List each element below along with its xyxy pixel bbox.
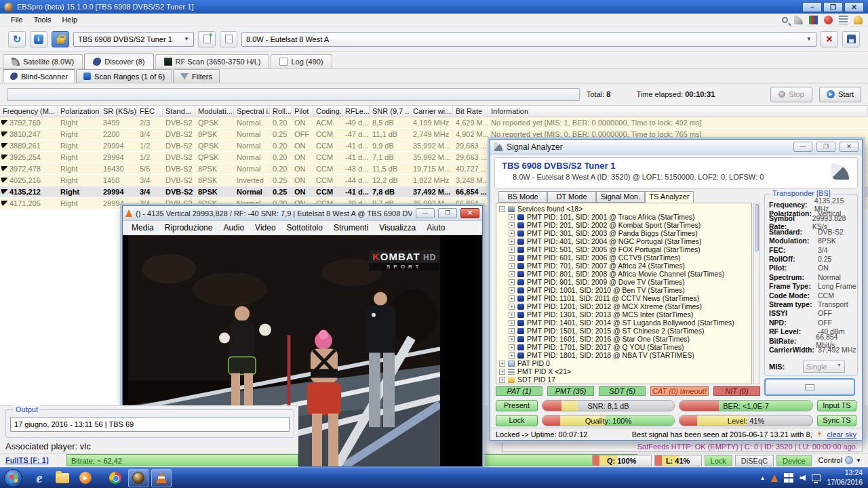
vlc-menu-item[interactable]: Aiuto — [422, 222, 450, 234]
tuner-select[interactable]: TBS 6908 DVBS/S2 Tuner 1▼ — [73, 32, 194, 47]
search-icon[interactable] — [782, 17, 788, 23]
tab[interactable]: RF Scan (3650-3750 H/L) — [155, 54, 270, 68]
clear-sky-link[interactable]: clear sky — [827, 430, 856, 439]
column-header[interactable]: SNR (9,7 ... — [370, 106, 410, 117]
control-menu-button[interactable]: Control▼ — [814, 456, 865, 464]
sub-tab[interactable]: Scan Ranges (1 of 6) — [76, 69, 172, 83]
tab[interactable]: Discover (8) — [84, 54, 153, 69]
volume-icon[interactable] — [800, 475, 806, 481]
column-header[interactable]: Stand... — [163, 106, 195, 117]
expand-icon[interactable]: + — [509, 279, 515, 285]
import-button[interactable] — [220, 31, 237, 47]
tab[interactable]: Log (490) — [271, 54, 332, 68]
column-header[interactable]: Bit Rate — [453, 106, 488, 117]
taskbar-chrome[interactable] — [105, 469, 125, 487]
column-header[interactable]: RFLe... — [342, 106, 370, 117]
menu-item[interactable]: File — [5, 14, 28, 25]
tree-root[interactable]: − Services found <18> — [499, 205, 751, 213]
expand-icon[interactable]: + — [499, 377, 505, 383]
delete-button[interactable]: × — [821, 31, 838, 47]
vlc-menu-item[interactable]: Strumenti — [329, 222, 373, 234]
service-item[interactable]: + PMT PID: 401, SID: 2004 @ NGC Portugal… — [499, 237, 751, 245]
new-note-button[interactable] — [198, 31, 216, 47]
analyzer-tab[interactable]: Signal Mon. — [596, 191, 645, 203]
service-item[interactable]: + PMT PID: 301, SID: 2003 @ Panda Biggs … — [499, 229, 751, 237]
expand-icon[interactable]: + — [509, 336, 515, 342]
menu-item[interactable]: Help — [56, 14, 83, 25]
expand-icon[interactable]: + — [509, 222, 515, 228]
vlc-close-button[interactable]: ✕ — [460, 208, 479, 218]
satellite-icon[interactable] — [794, 16, 803, 24]
key-icon[interactable] — [854, 16, 863, 24]
vlc-minimize-button[interactable]: — — [416, 208, 435, 218]
expand-icon[interactable]: + — [509, 247, 515, 253]
device-button[interactable]: Device — [776, 455, 812, 466]
service-item[interactable]: + PMT PID: 1301, SID: 2013 @ MCS Inter (… — [499, 310, 751, 319]
analyzer-titlebar[interactable]: Signal Analyzer — ❐ ✕ — [490, 140, 862, 155]
expand-icon[interactable]: + — [509, 304, 515, 310]
analyzer-tab[interactable]: TS Analyzer (OK) — [645, 191, 694, 203]
column-header[interactable]: Frequency (M... — [0, 106, 58, 117]
maximize-button[interactable]: ❐ — [823, 2, 843, 12]
vlc-maximize-button[interactable]: ❐ — [438, 208, 457, 218]
vlc-menu-item[interactable]: Visualizza — [374, 222, 420, 234]
service-item[interactable]: + PMT PID: 501, SID: 2005 @ FOX Portugal… — [499, 245, 751, 253]
stop-button[interactable]: Stop — [770, 87, 812, 102]
analyzer-close-button[interactable]: ✕ — [840, 142, 859, 152]
list-icon[interactable] — [839, 16, 848, 24]
column-header[interactable]: Carrier wi... — [410, 106, 453, 117]
pid-button[interactable]: PMT (35) — [547, 386, 594, 396]
windows-tray-icon[interactable] — [784, 473, 793, 483]
service-item[interactable]: + PMT PID: 1601, SID: 2016 @ Star One (S… — [499, 335, 751, 343]
service-item[interactable]: + PMT PID: 901, SID: 2009 @ Dove TV (Sta… — [499, 278, 751, 286]
minimize-button[interactable]: – — [802, 2, 822, 12]
taskbar-ie[interactable]: e — [29, 469, 50, 487]
start-button[interactable]: ▶Start — [819, 87, 861, 102]
expand-icon[interactable]: + — [509, 239, 515, 245]
analyzer-minimize-button[interactable]: — — [793, 142, 812, 152]
tree-item[interactable]: + PAT PID 0 — [499, 359, 751, 367]
start-button[interactable] — [4, 469, 22, 487]
column-header[interactable]: Coding... — [313, 106, 342, 117]
column-header[interactable]: Roll... — [270, 106, 292, 117]
menu-item[interactable]: Tools — [28, 14, 57, 25]
taskbar-vlc[interactable] — [151, 469, 172, 487]
diseqc-button[interactable]: DiSEqC — [735, 455, 774, 466]
service-item[interactable]: + PMT PID: 601, SID: 2006 @ CCTV9 (StarT… — [499, 253, 751, 262]
record-icon[interactable] — [824, 16, 833, 24]
close-button[interactable]: ✕ — [844, 2, 864, 12]
expand-icon[interactable]: + — [509, 214, 515, 220]
expand-icon[interactable]: + — [509, 312, 515, 318]
vlc-menu-item[interactable]: Video — [250, 222, 280, 234]
vlc-menu-item[interactable]: Media — [127, 222, 159, 234]
pid-button[interactable]: NIT (0) — [713, 386, 760, 396]
vlc-titlebar[interactable]: () - 4135 Vertical 29993,828 / RF: -40 S… — [123, 206, 482, 221]
service-item[interactable]: + PMT PID: 1201, SID: 2012 @ MCX Xtreme … — [499, 302, 751, 310]
service-item[interactable]: + PMT PID: 1401, SID: 2014 @ ST Luganda … — [499, 319, 751, 327]
column-header[interactable]: Pilot — [292, 106, 313, 117]
save-button[interactable] — [842, 31, 860, 47]
lock-toggle-button[interactable] — [52, 31, 69, 47]
column-header[interactable]: FEC — [137, 106, 163, 117]
vlc-menu-item[interactable]: Audio — [218, 222, 249, 234]
service-item[interactable]: + PMT PID: 201, SID: 2002 @ Kombat Sport… — [499, 221, 751, 229]
pid-button[interactable]: SDT (5) — [599, 386, 646, 396]
sub-tab[interactable]: Filters — [173, 69, 220, 83]
expand-icon[interactable]: + — [499, 369, 505, 375]
info-button[interactable]: i — [30, 31, 47, 47]
column-header[interactable]: SR (KS/s) — [100, 106, 137, 117]
satellite-select[interactable]: 8.0W - Eutelsat 8 West A▼ — [241, 32, 816, 47]
ts-save-button[interactable] — [764, 378, 855, 396]
expand-icon[interactable]: + — [509, 352, 515, 359]
scrollbar-thumb[interactable] — [755, 204, 759, 251]
service-item[interactable]: + PMT PID: 701, SID: 2007 @ Africa 24 (S… — [499, 262, 751, 270]
taskbar-ebspro[interactable] — [128, 469, 149, 487]
table-row[interactable]: 3792,769 Right 3499 2/3 DVB-S2 QPSK Norm… — [0, 117, 868, 129]
expand-icon[interactable]: + — [509, 296, 515, 302]
service-item[interactable]: + PMT PID: 1701, SID: 2017 @ Q YOU (Star… — [499, 343, 751, 351]
network-icon[interactable] — [812, 474, 821, 481]
fullts-link[interactable]: FullTS [F: 1] — [0, 456, 54, 464]
taskbar-media-player[interactable]: ▶ — [75, 469, 96, 487]
taskbar-explorer[interactable] — [52, 469, 73, 487]
vlc-menu-item[interactable]: Riproduzione — [160, 222, 218, 234]
